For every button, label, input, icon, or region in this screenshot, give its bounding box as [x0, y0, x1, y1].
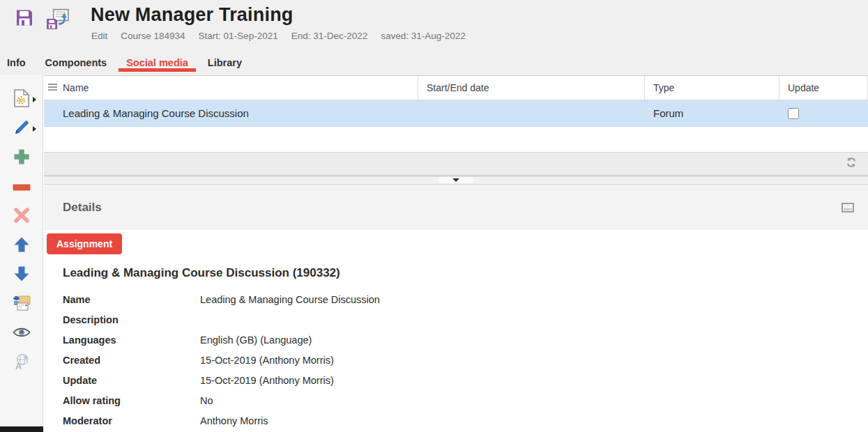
course-start-label: Start: 01-Sep-2021 [199, 31, 278, 41]
minus-icon [13, 181, 31, 194]
row-dates-cell [418, 100, 645, 126]
person-envelope-icon [13, 295, 31, 314]
field-value: No [200, 395, 868, 406]
column-header-name[interactable]: Name [44, 76, 418, 100]
save-and-exit-button[interactable] [45, 8, 70, 35]
row-update-cell [779, 100, 868, 126]
field-value: 15-Oct-2019 (Anthony Morris) [200, 355, 868, 366]
course-meta: Edit Course 184934 Start: 01-Sep-2021 En… [91, 31, 466, 41]
field-row-name: Name Leading & Managing Course Discussio… [63, 289, 868, 309]
table-empty-area [44, 127, 868, 152]
delete-button[interactable] [0, 202, 43, 231]
details-panel-header: Details [44, 185, 868, 230]
refresh-button[interactable] [846, 157, 857, 171]
components-table-header: Name Start/End date Type Update [44, 75, 868, 100]
field-label: Created [63, 355, 200, 366]
svg-text:A: A [15, 361, 22, 371]
save-button[interactable] [15, 8, 33, 30]
details-panel: Details Assignment Leading & Managing Co… [44, 185, 868, 432]
row-name-cell: Leading & Managing Course Discussion [44, 100, 418, 126]
field-row-languages: Languages English (GB) (Language) [63, 330, 868, 350]
move-up-button[interactable] [0, 231, 43, 261]
sidebar-footer-bar [0, 426, 43, 432]
field-value: Anthony Morris [200, 415, 868, 426]
update-checkbox[interactable] [788, 108, 799, 119]
field-row-moderator: Moderator Anthony Morris [63, 410, 868, 431]
field-label: Update [63, 375, 200, 386]
field-row-description: Description [63, 309, 868, 330]
eye-icon [13, 327, 31, 341]
course-saved-label: saved: 31-Aug-2022 [381, 31, 466, 41]
course-id-label: Course 184934 [121, 31, 185, 41]
refresh-icon [846, 157, 857, 171]
details-fields: Name Leading & Managing Course Discussio… [63, 289, 868, 431]
assignment-badge: Assignment [47, 233, 122, 254]
row-type-cell: Forum [645, 100, 779, 126]
main-content: Name Start/End date Type Update Leading … [44, 75, 868, 432]
globe-translate-icon: A a [13, 353, 30, 373]
field-label: Description [63, 314, 200, 325]
maximize-panel-button[interactable] [842, 203, 854, 213]
page-title: New Manager Training [91, 4, 294, 26]
panel-splitter[interactable] [44, 176, 868, 185]
save-and-exit-icon [45, 8, 70, 35]
splitter-collapse-handle[interactable] [439, 177, 473, 183]
column-header-type[interactable]: Type [645, 76, 779, 100]
tool-sidebar: A a [0, 75, 43, 432]
add-button[interactable] [0, 144, 43, 173]
new-component-button[interactable] [0, 85, 43, 114]
flyout-arrow-icon [33, 126, 36, 132]
preview-button[interactable] [0, 319, 43, 348]
arrow-down-icon [13, 265, 30, 285]
svg-text:a: a [24, 354, 28, 360]
translate-button[interactable]: A a [0, 348, 43, 378]
tab-library[interactable]: Library [208, 50, 242, 75]
document-with-gear-icon [14, 89, 29, 110]
pencil-icon [13, 119, 30, 139]
details-body: Assignment Leading & Managing Course Dis… [44, 230, 868, 432]
field-row-update: Update 15-Oct-2019 (Anthony Morris) [63, 370, 868, 390]
field-row-created: Created 15-Oct-2019 (Anthony Morris) [63, 350, 868, 370]
field-label: Moderator [63, 415, 200, 426]
column-menu-icon[interactable] [48, 84, 57, 91]
edit-mode-label: Edit [91, 31, 107, 41]
field-label: Languages [63, 334, 200, 346]
arrow-up-icon [13, 236, 30, 256]
move-down-button[interactable] [0, 261, 43, 290]
tab-bar: Info Components Social media Library [0, 50, 261, 75]
tab-social-media[interactable]: Social media [126, 50, 188, 75]
details-heading: Leading & Managing Course Discussion (19… [63, 266, 868, 280]
column-header-update[interactable]: Update [779, 76, 868, 100]
course-end-label: End: 31-Dec-2022 [291, 31, 368, 41]
tab-components[interactable]: Components [45, 50, 107, 75]
save-icon [15, 8, 33, 30]
flyout-arrow-icon [33, 97, 36, 102]
remove-button[interactable] [0, 173, 43, 202]
field-row-allow-rating: Allow rating No [63, 390, 868, 410]
cross-icon [13, 207, 30, 226]
tab-info[interactable]: Info [7, 50, 26, 75]
field-label: Allow rating [63, 395, 200, 406]
field-label: Name [63, 294, 200, 305]
header: New Manager Training Edit Course 184934 … [0, 0, 868, 75]
plus-icon [13, 148, 30, 168]
column-label: Name [63, 82, 89, 93]
field-value: English (GB) (Language) [200, 334, 868, 346]
details-title: Details [63, 201, 102, 215]
field-value: Leading & Managing Course Discussion [200, 294, 868, 305]
field-value: 15-Oct-2019 (Anthony Morris) [200, 375, 868, 386]
table-row-selected[interactable]: Leading & Managing Course Discussion For… [44, 100, 868, 127]
notify-users-button[interactable] [0, 290, 43, 319]
edit-button[interactable] [0, 114, 43, 144]
column-header-dates[interactable]: Start/End date [418, 76, 645, 100]
table-toolbar [44, 152, 868, 176]
course-editor-window: New Manager Training Edit Course 184934 … [0, 0, 868, 432]
